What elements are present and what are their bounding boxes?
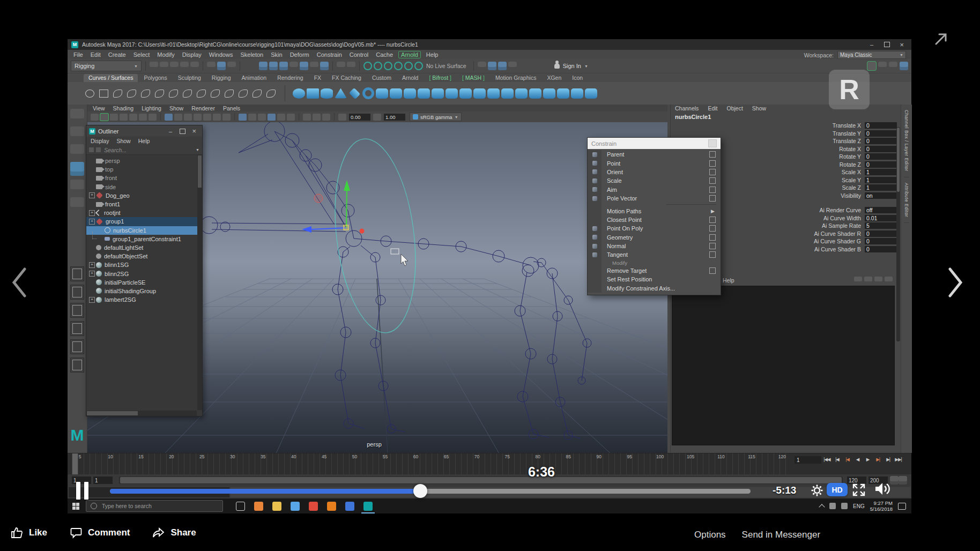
channel-value-field[interactable]: 0 [865,122,897,129]
shelf-curve-tool-icon[interactable] [265,88,277,99]
outliner-item[interactable]: group1_parentConstraint1 [86,235,202,243]
selection-mask-icon[interactable] [207,62,216,70]
snap-icon[interactable] [300,62,308,70]
channel-value-field[interactable]: 0 [865,130,897,137]
shelf-tab[interactable]: XGen [542,74,566,82]
tear-off-icon[interactable] [708,139,717,147]
option-box[interactable] [709,151,716,158]
shelf-tab[interactable]: Rigging [207,74,236,82]
video-progress-bar[interactable] [110,489,751,494]
status-file-icon[interactable] [160,62,168,70]
shelf-tab[interactable]: Custom [367,74,396,82]
action-button[interactable]: Share [152,526,196,539]
snap-icon[interactable] [310,62,318,70]
history-icon[interactable] [374,62,382,70]
snap-icon[interactable] [320,62,329,70]
shelf-primitive-icon[interactable] [473,88,486,99]
time-slider[interactable]: 5101520253035404550556065707580859095100… [68,453,911,475]
panel-toolbar-icon[interactable] [184,114,192,121]
panel-toolbar-icon[interactable] [268,114,276,121]
auto-key-icon[interactable] [890,476,899,485]
view-transform-dropdown[interactable]: sRGB gamma▼ [410,113,462,121]
sidebar-toggle-icon[interactable] [878,62,887,70]
outliner-item[interactable]: defaultLightSet [86,243,202,252]
channel-row[interactable]: Translate X 0 [671,122,901,130]
outliner-item[interactable]: front [86,174,202,182]
outliner-item[interactable]: nurbsCircle1 [86,226,202,235]
outliner-item[interactable]: lambert2SG [86,295,202,304]
constrain-menu-item[interactable]: Closest Point [588,215,721,224]
outliner-item[interactable]: front1 [86,200,202,209]
status-file-icon[interactable] [190,62,199,70]
panel-toolbar-icon[interactable] [322,114,330,121]
option-box[interactable] [709,187,716,193]
panel-menu-item[interactable]: Shading [113,105,134,111]
snap-icon[interactable] [279,62,288,70]
history-icon[interactable] [404,62,413,70]
channel-value-field[interactable]: 0 [865,146,897,152]
constrain-menu-item[interactable]: Geometry [588,233,721,242]
constrain-menu-item[interactable]: Remove Target [588,266,721,275]
taskbar-app-icon[interactable] [363,502,373,511]
panel-toolbar-icon[interactable] [100,114,108,121]
shelf-curve-tool-icon[interactable] [195,88,207,99]
channel-value-field[interactable]: 0 [865,230,897,237]
panel-toolbar-icon[interactable] [194,114,202,121]
panel-menu-item[interactable]: Renderer [191,105,215,111]
expand-toggle-icon[interactable] [89,192,95,198]
channel-value-field[interactable]: 5 [865,222,897,229]
tray-language[interactable]: ENG [853,503,865,509]
exposure-icon[interactable] [338,114,346,121]
playback-button[interactable]: |◀◀ [822,455,831,464]
option-box[interactable] [709,251,716,258]
constrain-menu-item[interactable]: Orient [588,168,721,176]
playback-button[interactable]: ▶| [873,455,882,464]
snap-icon[interactable] [289,62,298,70]
history-icon[interactable] [363,62,372,70]
outliner-item[interactable]: side [86,183,202,191]
channel-row[interactable]: Translate Y 0 [671,130,901,138]
panel-toolbar-icon[interactable] [258,114,266,121]
shelf-tab[interactable]: Sculpting [173,74,206,82]
channel-value-field[interactable]: 0 [865,161,897,168]
shelf-primitive-icon[interactable] [376,88,388,99]
shelf-primitive-icon[interactable] [571,88,583,99]
constrain-menu-item[interactable]: Pole Vector [588,194,721,203]
menu-item[interactable]: Arnold [398,51,421,58]
option-box[interactable] [709,225,716,232]
channel-value-field[interactable]: on [865,192,897,199]
panel-toolbar-icon[interactable] [213,114,221,121]
shelf-tab[interactable]: FX [309,74,326,82]
shelf-primitive-icon[interactable] [321,88,333,99]
pen-icon[interactable] [829,503,836,509]
shelf-primitive-icon[interactable] [529,88,541,99]
expand-video-icon[interactable] [933,31,949,47]
selection-mask-icon[interactable] [227,62,236,70]
status-file-icon[interactable] [150,62,158,70]
outliner-close-button[interactable] [188,127,200,136]
constrain-menu-item[interactable] [588,203,721,206]
shelf-primitive-icon[interactable] [335,88,347,99]
sign-in-button[interactable]: Sign In ▼ [554,63,588,69]
channel-value-field[interactable]: off [865,207,897,213]
range-slider-track[interactable] [119,476,843,484]
shelf-curve-tool-icon[interactable] [251,88,263,99]
constrain-menu-item[interactable]: Point [588,159,721,167]
close-button[interactable] [894,40,909,49]
menu-item[interactable]: Skeleton [236,51,267,58]
menu-set-dropdown[interactable]: Rigging▼ [71,61,142,71]
action-button[interactable]: Like [11,526,47,539]
menu-item[interactable]: Create [105,51,130,58]
expand-toggle-icon[interactable] [89,271,95,277]
history-icon[interactable] [414,62,423,70]
shelf-curve-tool-icon[interactable] [98,88,110,99]
workspace-dropdown[interactable]: Maya Classic▼ [837,51,906,59]
volume-tray-icon[interactable] [841,503,848,509]
render-icon[interactable] [488,62,496,70]
secondary-action-button[interactable]: Send in Messenger [742,530,820,540]
panel-toolbar-icon[interactable] [303,114,311,121]
panel-menu-item[interactable]: View [93,105,105,111]
expand-toggle-icon[interactable] [89,219,95,225]
next-media-chevron[interactable] [945,266,966,299]
expand-toggle-icon[interactable] [89,297,95,303]
